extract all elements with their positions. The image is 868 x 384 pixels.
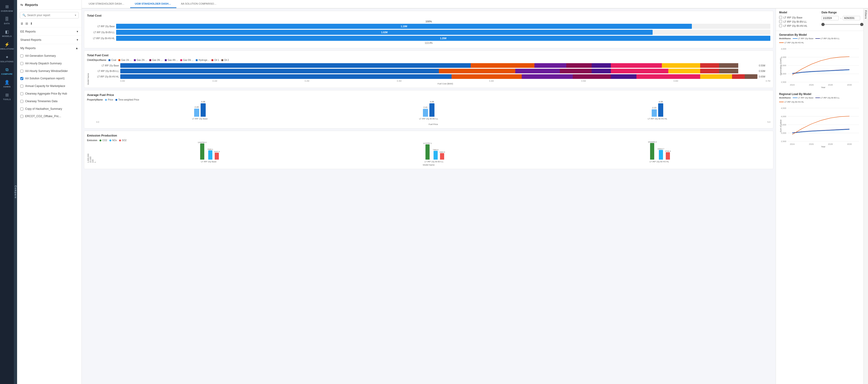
- small-bar-price-1: 2.41: [423, 106, 428, 117]
- list-item[interactable]: AA Hourly Summary WindowSlider: [17, 67, 82, 75]
- date-start-input[interactable]: [822, 16, 839, 20]
- svg-text:2030: 2030: [847, 143, 852, 145]
- filters-tab[interactable]: Filters: [863, 8, 868, 384]
- solutions-icon: ✦: [5, 55, 9, 60]
- legend-label: ChildObjectName: [87, 59, 106, 61]
- legend-item-gas4n: Gas 4N ...: [165, 59, 178, 61]
- compare-sidebar-strip[interactable]: Compare: [14, 0, 17, 384]
- table-row: LT IRP 15y BI-BV-LL 1.02M: [87, 30, 770, 35]
- report-checkbox-ann-cap[interactable]: [20, 84, 23, 88]
- report-checkbox-clearway-ts[interactable]: [20, 100, 23, 103]
- legend-item-oil2: Oil 2: [221, 59, 229, 61]
- report-checkbox-aa-sol[interactable]: [20, 77, 23, 80]
- model-label-2: LT IRP 15y BI-HV-HL: [783, 25, 807, 27]
- sidebar-title: Reports: [25, 3, 38, 7]
- list-item[interactable]: Clearway Aggregate Price By Hub: [17, 90, 82, 98]
- list-item[interactable]: ERCOT_CO2_Offtake_Pric...: [17, 112, 82, 120]
- shared-reports-chevron: ▾: [76, 38, 78, 41]
- nav-models-label: MODELS: [2, 35, 12, 37]
- svg-text:4,000: 4,000: [781, 115, 786, 117]
- search-dropdown-icon[interactable]: ▾: [75, 13, 76, 17]
- stacked-value-1: 0.50M: [759, 70, 770, 72]
- emission-bar-nox-2: 10314.7: [657, 148, 664, 160]
- nav-simulations[interactable]: ⚡ SIMULATIONS: [1, 40, 13, 52]
- nav-admin[interactable]: 👤 ADMIN: [1, 78, 13, 90]
- stacked-label-0: LT IRP 15y Base: [91, 64, 119, 67]
- nav-solutions[interactable]: ✦ SOLUTIONS: [1, 53, 13, 65]
- date-end-input[interactable]: [843, 16, 860, 20]
- stacked-label-2: LT IRP 15y BI-HV-HL: [91, 75, 119, 78]
- svg-text:Year: Year: [821, 145, 826, 147]
- nav-tools[interactable]: ⊞ TOOLS: [1, 91, 13, 102]
- model-checkbox-2[interactable]: [779, 24, 782, 27]
- tools-icon: ⊞: [5, 93, 9, 98]
- svg-text:Sum of Value: Sum of Value: [780, 119, 782, 132]
- ee-reports-section[interactable]: EE Reports ▾: [17, 27, 82, 36]
- report-checkbox-aa-hourly[interactable]: [20, 62, 23, 65]
- report-checkbox-copy-hack[interactable]: [20, 107, 23, 110]
- tab-ugm1[interactable]: UGM STAKEHOLDER DASHBO...: [84, 0, 130, 8]
- emission-container: 1,000,00010,0001001 1243792.2 7926.1: [87, 143, 770, 163]
- list-item[interactable]: AA Generation Summary: [17, 52, 82, 60]
- model-checkbox-0[interactable]: [779, 16, 782, 19]
- report-label-clearway-ts: Clearway Timeseries Data: [25, 99, 58, 103]
- small-bar-name-0: LT IRP 15y Base: [192, 117, 208, 120]
- gen-legend-label: ModelName: [779, 37, 791, 40]
- emission-bars-0: 1243792.2 7926.1 2107.4: [198, 143, 220, 160]
- my-reports-list: AA Generation Summary AA Hourly Dispatch…: [17, 52, 82, 384]
- list-item[interactable]: Clearway Timeseries Data: [17, 98, 82, 105]
- date-inputs: –: [822, 16, 860, 20]
- bar-fill-1: 1.02M: [116, 30, 653, 35]
- nav-admin-label: ADMIN: [3, 85, 11, 88]
- search-input[interactable]: [27, 13, 73, 17]
- legend-item-oil1: Oil 1: [212, 59, 219, 61]
- date-range-slider[interactable]: [822, 23, 860, 26]
- legend-item-gas2n: Gas 2N ...: [134, 59, 147, 61]
- list-item[interactable]: AA Hourly Dispatch Summary: [17, 60, 82, 67]
- nav-overview-label: OVERVIEW: [1, 10, 13, 12]
- list-item[interactable]: Annual Capacity for Marketplace: [17, 82, 82, 90]
- stacked-value-2: 0.65M: [759, 75, 770, 78]
- list-item[interactable]: Copy of Hackathon_Summary: [17, 105, 82, 113]
- nav-compare-label: COMPARE: [1, 73, 13, 75]
- tabs-bar: UGM STAKEHOLDER DASHBO... UGM STAKEHOLDE…: [82, 0, 868, 8]
- model-item-2: LT IRP 15y BI-HV-HL: [779, 24, 817, 27]
- nav-compare[interactable]: ⧉ COMPARE: [1, 66, 13, 77]
- slider-thumb-left[interactable]: [822, 23, 825, 26]
- report-checkbox-aa-gen[interactable]: [20, 55, 23, 58]
- gen-legend-bibvll: LT IRP 15y BI-BV-LL: [815, 37, 840, 40]
- model-title: Model: [779, 11, 817, 14]
- slider-thumb-right[interactable]: [860, 23, 863, 26]
- report-checkbox-ercot-co2[interactable]: [20, 115, 23, 118]
- tab-aa-sol[interactable]: AA SOLUTION COMPARISON ...: [176, 0, 222, 8]
- emission-y-axis: 1,000,00010,0001001: [87, 143, 96, 163]
- small-bars-2: 2.23 4.08: [652, 103, 663, 117]
- shared-reports-section[interactable]: Shared Reports ▾: [17, 36, 82, 44]
- list-item[interactable]: AA Solution Comparison report1: [17, 75, 82, 82]
- avg-fuel-group-0: 2.43 4.08 LT IRP 15y Base: [87, 103, 313, 120]
- table-row: LT IRP 15y Base 1.10M: [87, 24, 770, 29]
- grid-icon[interactable]: ⊞: [25, 22, 28, 25]
- filters-label: Filters: [865, 10, 867, 19]
- download-icon[interactable]: ⬇: [30, 22, 33, 25]
- report-label-aa-sol: AA Solution Comparison report1: [25, 77, 65, 80]
- bar-track-2: 1.25M: [116, 36, 770, 41]
- nav-data[interactable]: 🗄 DATA: [1, 15, 13, 27]
- table-row: LT IRP 15y BI-BV-LL: [91, 69, 770, 73]
- nav-models[interactable]: ◧ MODELS: [1, 28, 13, 39]
- report-label-ercot-co2: ERCOT_CO2_Offtake_Pric...: [25, 114, 61, 118]
- monitor-icon[interactable]: 🖥: [20, 22, 24, 25]
- avg-fuel-title: Avarage Fuel Price: [87, 93, 770, 97]
- legend-item-so2: SO2: [119, 139, 126, 142]
- date-separator: –: [840, 17, 841, 20]
- model-label-1: LT IRP 15y BI-BV-LL: [783, 20, 807, 23]
- report-checkbox-aa-hourly-ws[interactable]: [20, 70, 23, 73]
- model-checkbox-1[interactable]: [779, 20, 782, 23]
- rl-legend-base: LT IRP 15y Base: [793, 97, 813, 99]
- my-reports-section[interactable]: My Reports ▲: [17, 44, 82, 52]
- emission-legend-label: Emission: [87, 139, 97, 142]
- nav-overview[interactable]: ⊞ OVERVIEW: [1, 2, 13, 14]
- tab-ugm2[interactable]: UGM STAKEHOLDER DASHB...: [130, 0, 176, 8]
- report-checkbox-clearway-agg[interactable]: [20, 92, 23, 95]
- collapse-icon[interactable]: ⇆: [20, 3, 23, 7]
